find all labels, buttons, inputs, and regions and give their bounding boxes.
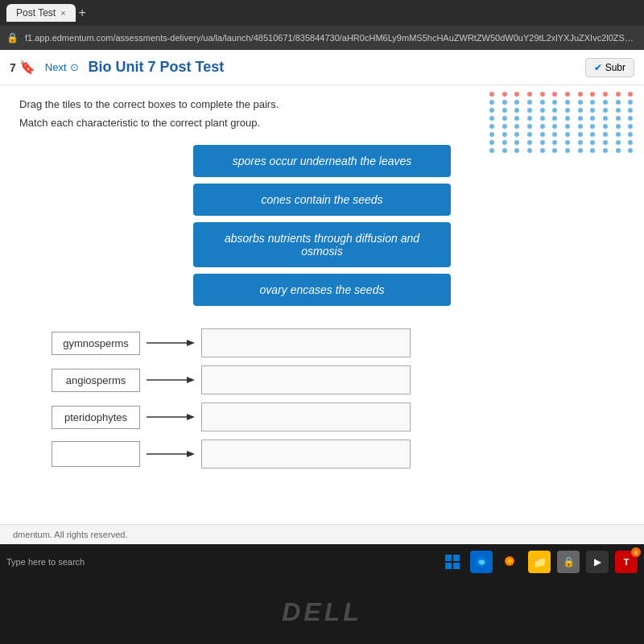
decoration-dot [616, 132, 621, 137]
decoration-dot [540, 100, 545, 105]
decoration-dot [616, 124, 621, 129]
decoration-dot [565, 92, 570, 97]
decoration-dot [514, 140, 519, 145]
next-button[interactable]: Next ⊙ [45, 61, 79, 73]
decoration-dot [514, 116, 519, 121]
decoration-dot [489, 100, 494, 105]
footer: dmentum. All rights reserved. [0, 524, 644, 544]
decoration-dot [628, 140, 633, 145]
tab-container: Post Test × + [6, 4, 86, 22]
decoration-dot [628, 108, 633, 113]
decoration-dot [628, 148, 633, 153]
arrow-fourth [147, 446, 195, 462]
decoration-dot [489, 108, 494, 113]
decoration-dot [527, 124, 532, 129]
tiles-container: spores occur underneath the leaves cones… [19, 145, 625, 306]
decoration-dot [628, 132, 633, 137]
decoration-dot [540, 124, 545, 129]
decoration-dot [527, 148, 532, 153]
decoration-dot [578, 92, 583, 97]
decoration-dot [616, 100, 621, 105]
decoration-dot [590, 116, 595, 121]
taskbar-search-text[interactable]: Type here to search [6, 557, 436, 567]
decoration-dot [540, 92, 545, 97]
decoration-dot [603, 100, 608, 105]
decoration-dot [603, 124, 608, 129]
decoration-dot [603, 132, 608, 137]
decoration-dot [578, 108, 583, 113]
tab-close-button[interactable]: × [60, 8, 65, 18]
decoration-dot [489, 116, 494, 121]
decoration-dot [616, 92, 621, 97]
decoration-dot [540, 140, 545, 145]
taskbar-lock-icon[interactable]: 🔒 [557, 551, 580, 573]
decoration-dot [552, 140, 557, 145]
dell-logo-area: DELL [0, 580, 644, 644]
tile-spores[interactable]: spores occur underneath the leaves [193, 145, 451, 177]
decoration-dot [603, 116, 608, 121]
decoration-dot [489, 92, 494, 97]
decoration-dot [628, 116, 633, 121]
question-num-label: 7 [10, 61, 16, 74]
decoration-dot [514, 132, 519, 137]
decoration-dot [514, 100, 519, 105]
decoration-dot [540, 132, 545, 137]
decoration-dot [628, 92, 633, 97]
decoration-dot [565, 140, 570, 145]
tile-absorbs[interactable]: absorbs nutrients through diffusion and … [193, 222, 451, 267]
taskbar-icons: 📁 🔒 ▶ T 8 [441, 551, 638, 573]
drop-box-pteridophytes[interactable] [201, 402, 411, 431]
arrow-gymnosperms [147, 335, 195, 351]
taskbar-media-icon[interactable]: ▶ [586, 551, 609, 573]
match-row-pteridophytes: pteridophytes [52, 402, 625, 431]
question-number: 7 🔖 [10, 60, 35, 75]
decoration-dot [502, 132, 507, 137]
active-tab[interactable]: Post Test × [6, 4, 76, 22]
lock-icon: 🔒 [6, 32, 19, 43]
decoration-dot [590, 108, 595, 113]
tile-ovary[interactable]: ovary encases the seeds [193, 274, 451, 306]
decoration-dot [578, 116, 583, 121]
page-title: Bio Unit 7 Post Test [89, 59, 576, 76]
decoration-dot [552, 116, 557, 121]
drop-box-angiosperms[interactable] [201, 365, 411, 394]
taskbar-windows-icon[interactable] [441, 551, 464, 573]
decoration-dot [527, 140, 532, 145]
app-header: 7 🔖 Next ⊙ Bio Unit 7 Post Test ✔ Subr [0, 50, 644, 85]
decoration-dot [502, 108, 507, 113]
submit-button[interactable]: ✔ Subr [585, 58, 634, 77]
decoration-dot [552, 132, 557, 137]
decoration-dot [590, 140, 595, 145]
svg-point-15 [508, 559, 511, 563]
drop-box-gymnosperms[interactable] [201, 328, 411, 357]
angiosperms-label: angiosperms [52, 369, 140, 392]
arrow-angiosperms [147, 372, 195, 388]
decoration-dot [502, 124, 507, 129]
match-row-gymnosperms: gymnosperms [52, 328, 625, 357]
arrow-pteridophytes [147, 409, 195, 425]
decoration-dot [489, 132, 494, 137]
svg-rect-10 [445, 563, 452, 569]
decoration-dot [578, 140, 583, 145]
decoration-dot [616, 148, 621, 153]
drop-box-fourth[interactable] [201, 440, 411, 469]
taskbar-search-icon[interactable] [499, 551, 522, 573]
new-tab-button[interactable]: + [79, 6, 86, 20]
decoration-dot [578, 100, 583, 105]
taskbar-app-icon[interactable]: T 8 [615, 551, 638, 573]
decoration-dot [565, 148, 570, 153]
match-row-fourth [52, 440, 625, 469]
decoration-dot [628, 124, 633, 129]
svg-marker-3 [187, 377, 195, 383]
submit-label: Subr [605, 62, 625, 73]
decoration-dot [603, 108, 608, 113]
decoration-dot [565, 100, 570, 105]
decoration-dot [527, 92, 532, 97]
taskbar-edge-icon[interactable] [470, 551, 493, 573]
taskbar-folder-icon[interactable]: 📁 [528, 551, 551, 573]
dot-decoration [483, 85, 644, 150]
decoration-dot [552, 100, 557, 105]
tile-cones[interactable]: cones contain the seeds [193, 184, 451, 216]
decoration-dot [502, 140, 507, 145]
address-bar: 🔒 f1.app.edmentum.com/assessments-delive… [0, 26, 644, 50]
